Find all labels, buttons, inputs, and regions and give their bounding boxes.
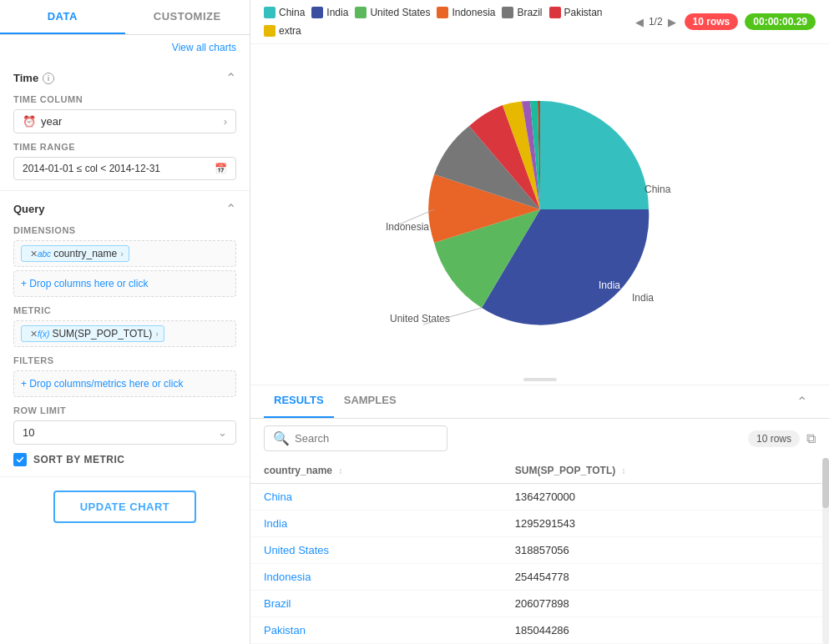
sort-by-metric-checkbox[interactable] bbox=[13, 453, 27, 466]
cell-country: India bbox=[250, 511, 502, 537]
cell-value: 318857056 bbox=[502, 537, 829, 564]
legend-label: Indonesia bbox=[452, 7, 495, 18]
legend-item-india: India bbox=[311, 7, 348, 18]
tab-results[interactable]: RESULTS bbox=[264, 385, 334, 418]
legend-item-brazil: Brazil bbox=[502, 7, 542, 18]
legend-label: Brazil bbox=[517, 7, 542, 18]
tab-customize[interactable]: CUSTOMIZE bbox=[125, 0, 250, 34]
results-collapse-btn[interactable]: ⌃ bbox=[788, 385, 816, 418]
dimension-value: country_name bbox=[53, 248, 117, 259]
table-row: China1364270000 bbox=[250, 484, 829, 511]
slice-china bbox=[540, 101, 649, 209]
drop-filters-hint: + Drop columns/metrics here or click bbox=[21, 378, 183, 390]
legend-prev-btn[interactable]: ◀ bbox=[634, 16, 645, 28]
chart-label-us: United States bbox=[390, 313, 450, 325]
time-column-input[interactable]: ⏰ year › bbox=[13, 109, 236, 133]
col-sum-sort: ↕ bbox=[622, 466, 626, 475]
results-tabs: RESULTS SAMPLES ⌃ bbox=[250, 385, 829, 419]
metric-value: SUM(SP_POP_TOTL) bbox=[52, 328, 152, 340]
table-row: Indonesia254454778 bbox=[250, 564, 829, 591]
legend-item-united-states: United States bbox=[355, 7, 430, 18]
search-icon: 🔍 bbox=[273, 430, 290, 446]
chart-label-indonesia: Indonesia bbox=[386, 221, 429, 233]
legend-item-china: China bbox=[264, 7, 305, 18]
cell-country: Indonesia bbox=[250, 564, 502, 591]
col-sum-label: SUM(SP_POP_TOTL) bbox=[515, 465, 615, 476]
cell-value: 1295291543 bbox=[502, 511, 829, 537]
legend-color-Pakistan bbox=[549, 7, 561, 18]
table-row: United States318857056 bbox=[250, 537, 829, 564]
timer-badge: 00:00:00.29 bbox=[745, 13, 816, 30]
time-title-text: Time bbox=[13, 72, 38, 84]
query-section-title: Query bbox=[13, 203, 45, 215]
dimension-tag[interactable]: ✕ abc country_name › bbox=[21, 245, 129, 262]
time-collapse-btn[interactable]: ⌃ bbox=[225, 70, 236, 86]
metric-remove-btn[interactable]: ✕ bbox=[30, 329, 38, 340]
search-box[interactable]: 🔍 bbox=[264, 425, 447, 451]
col-country-sort: ↕ bbox=[338, 466, 342, 475]
legend-page: 1/2 bbox=[649, 16, 663, 28]
clock-icon: ⏰ bbox=[23, 115, 36, 128]
cell-value: 254454778 bbox=[502, 564, 829, 591]
table-scrollbar-thumb bbox=[822, 458, 829, 508]
cell-country: United States bbox=[250, 537, 502, 564]
calendar-icon: 📅 bbox=[215, 163, 227, 174]
cell-country: Pakistan bbox=[250, 617, 502, 644]
col-header-country[interactable]: country_name ↕ bbox=[250, 458, 502, 484]
legend-label: United States bbox=[370, 7, 430, 18]
divider-bar bbox=[523, 378, 557, 381]
legend-color-China bbox=[264, 7, 275, 18]
legend: ChinaIndiaUnited StatesIndonesiaBrazilPa… bbox=[264, 7, 624, 37]
table-row: Pakistan185044286 bbox=[250, 617, 829, 644]
dimension-remove-btn[interactable]: ✕ bbox=[30, 249, 38, 259]
metric-tag[interactable]: ✕ f(x) SUM(SP_POP_TOTL) › bbox=[21, 325, 164, 342]
sort-by-metric-label: SORT BY METRIC bbox=[33, 454, 124, 465]
metric-label: METRIC bbox=[13, 305, 236, 315]
query-section: Query ⌃ DIMENSIONS ✕ abc country_name › … bbox=[0, 191, 250, 477]
query-collapse-btn[interactable]: ⌃ bbox=[225, 201, 236, 217]
sort-by-metric-row[interactable]: SORT BY METRIC bbox=[13, 453, 236, 466]
cell-value: 206077898 bbox=[502, 591, 829, 617]
legend-color-India bbox=[311, 7, 323, 18]
search-input[interactable] bbox=[295, 432, 438, 445]
time-range-value: 2014-01-01 ≤ col < 2014-12-31 bbox=[23, 163, 160, 174]
tab-samples[interactable]: SAMPLES bbox=[334, 385, 407, 418]
col-country-label: country_name bbox=[264, 465, 332, 476]
legend-label: Pakistan bbox=[564, 7, 603, 18]
divider-handle[interactable] bbox=[250, 375, 829, 385]
chart-label-india: India bbox=[632, 292, 654, 304]
legend-item-pakistan: Pakistan bbox=[549, 7, 603, 18]
dimensions-input[interactable]: ✕ abc country_name › bbox=[13, 240, 236, 267]
top-bar: ChinaIndiaUnited StatesIndonesiaBrazilPa… bbox=[250, 0, 829, 44]
legend-color-extra bbox=[264, 25, 275, 37]
row-limit-value: 10 bbox=[23, 426, 34, 439]
dimensions-label: DIMENSIONS bbox=[13, 225, 236, 235]
col-header-sum[interactable]: SUM(SP_POP_TOTL) ↕ bbox=[502, 458, 829, 484]
legend-item-indonesia: Indonesia bbox=[437, 7, 495, 18]
legend-label: China bbox=[279, 7, 305, 18]
legend-item-extra: extra bbox=[264, 25, 301, 37]
dimensions-drop-area[interactable]: + Drop columns here or click bbox=[13, 270, 236, 297]
update-chart-button[interactable]: UPDATE CHART bbox=[53, 491, 197, 523]
query-title-text: Query bbox=[13, 203, 45, 215]
time-section-header: Time i ⌃ bbox=[13, 70, 236, 86]
filters-drop-area[interactable]: + Drop columns/metrics here or click bbox=[13, 370, 236, 397]
cell-value: 1364270000 bbox=[502, 484, 829, 511]
time-section-title: Time i bbox=[13, 72, 54, 84]
metric-input[interactable]: ✕ f(x) SUM(SP_POP_TOTL) › bbox=[13, 320, 236, 347]
tab-data[interactable]: DATA bbox=[0, 0, 125, 34]
results-toolbar: 🔍 10 rows ⧉ bbox=[250, 419, 829, 458]
time-info-icon[interactable]: i bbox=[43, 73, 54, 84]
view-all-charts-link[interactable]: View all charts bbox=[0, 35, 250, 60]
row-limit-select[interactable]: 10 ⌄ bbox=[13, 420, 236, 445]
drop-dimensions-hint: + Drop columns here or click bbox=[21, 278, 148, 289]
legend-next-btn[interactable]: ▶ bbox=[666, 16, 678, 28]
results-table: country_name ↕ SUM(SP_POP_TOTL) ↕ China1… bbox=[250, 458, 829, 644]
tabs-row: DATA CUSTOMIZE bbox=[0, 0, 250, 35]
query-section-header: Query ⌃ bbox=[13, 201, 236, 217]
table-row: India1295291543 bbox=[250, 511, 829, 537]
time-column-label: TIME COLUMN bbox=[13, 94, 236, 104]
table-scrollbar[interactable] bbox=[822, 458, 829, 644]
copy-icon[interactable]: ⧉ bbox=[806, 431, 816, 446]
time-range-input[interactable]: 2014-01-01 ≤ col < 2014-12-31 📅 bbox=[13, 157, 236, 180]
